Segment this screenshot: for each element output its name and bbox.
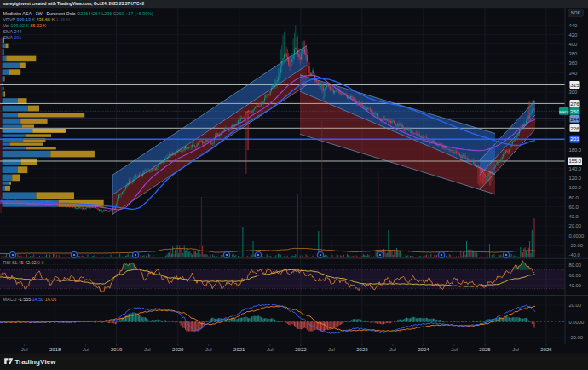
svg-text:savepiginvest created with Tra: savepiginvest created with TradingView.c… bbox=[3, 2, 145, 6]
svg-text:Medistim ASA · 1W · Euronext O: Medistim ASA · 1W · Euronext Oslo O236 H… bbox=[3, 11, 153, 16]
svg-text:Vol 199.02 K 85.22 K: Vol 199.02 K 85.22 K bbox=[3, 23, 47, 28]
svg-text:VRVP 909.13 K 438.65 K 1.35 M: VRVP 909.13 K 438.65 K 1.35 M bbox=[3, 17, 71, 22]
svg-text:360: 360 bbox=[569, 61, 578, 66]
svg-text:420: 420 bbox=[569, 32, 578, 38]
svg-text:80.00: 80.00 bbox=[569, 263, 582, 268]
svg-text:Jul: Jul bbox=[83, 347, 89, 352]
svg-text:-40.0: -40.0 bbox=[569, 252, 580, 257]
svg-text:20.00: 20.00 bbox=[569, 223, 582, 228]
svg-text:RSI 61.45 42.02 0 0: RSI 61.45 42.02 0 0 bbox=[3, 260, 44, 265]
svg-text:Jul: Jul bbox=[389, 347, 396, 352]
svg-text:MACD -1.555 14.50 16.06: MACD -1.555 14.50 16.06 bbox=[3, 297, 57, 302]
svg-text:2018: 2018 bbox=[49, 347, 61, 352]
svg-text:300: 300 bbox=[569, 90, 578, 95]
svg-text:140.0: 140.0 bbox=[569, 166, 582, 171]
svg-text:276: 276 bbox=[570, 101, 579, 107]
svg-text:SMA 201: SMA 201 bbox=[3, 35, 22, 40]
svg-text:60.0: 60.0 bbox=[569, 205, 579, 210]
svg-text:Jul: Jul bbox=[451, 347, 458, 352]
svg-text:260: 260 bbox=[570, 108, 579, 114]
svg-text:Jul: Jul bbox=[512, 347, 519, 352]
svg-text:Jul: Jul bbox=[267, 347, 274, 352]
svg-text:120.0: 120.0 bbox=[569, 176, 582, 181]
svg-text:40.00: 40.00 bbox=[569, 283, 582, 288]
svg-text:226: 226 bbox=[570, 125, 579, 131]
svg-text:440: 440 bbox=[569, 23, 578, 28]
svg-text:SMA 244: SMA 244 bbox=[3, 29, 22, 34]
svg-text:Jul: Jul bbox=[144, 347, 151, 352]
svg-text:155.0: 155.0 bbox=[569, 159, 582, 164]
svg-text:Jul: Jul bbox=[21, 347, 28, 352]
svg-text:-20.00: -20.00 bbox=[569, 243, 583, 248]
svg-text:201: 201 bbox=[570, 136, 579, 142]
svg-text:100.0: 100.0 bbox=[569, 185, 582, 190]
svg-text:2023: 2023 bbox=[356, 347, 368, 352]
svg-text:180.0: 180.0 bbox=[569, 147, 582, 153]
svg-text:Jul: Jul bbox=[205, 347, 212, 352]
svg-text:2026: 2026 bbox=[540, 347, 552, 352]
svg-text:400: 400 bbox=[569, 42, 578, 47]
svg-text:2021: 2021 bbox=[233, 347, 245, 352]
svg-text:2024: 2024 bbox=[418, 347, 429, 352]
svg-text:2025: 2025 bbox=[479, 347, 491, 352]
svg-text:380: 380 bbox=[569, 51, 578, 56]
svg-text:0.0000: 0.0000 bbox=[569, 320, 585, 325]
svg-text:2022: 2022 bbox=[295, 347, 307, 352]
svg-text:-20.00: -20.00 bbox=[569, 335, 583, 340]
svg-text:60.00: 60.00 bbox=[569, 273, 582, 278]
svg-text:80.0: 80.0 bbox=[569, 195, 579, 200]
svg-text:40.0: 40.0 bbox=[569, 214, 579, 219]
svg-text:2020: 2020 bbox=[172, 347, 184, 352]
svg-text:MEDI: MEDI bbox=[559, 110, 568, 114]
svg-text:315: 315 bbox=[570, 82, 579, 88]
svg-text:0.0000: 0.0000 bbox=[569, 234, 585, 239]
svg-text:20.00: 20.00 bbox=[569, 303, 582, 308]
svg-text:NOK: NOK bbox=[571, 10, 581, 15]
svg-text:340: 340 bbox=[569, 71, 578, 76]
svg-text:TradingView: TradingView bbox=[15, 358, 57, 366]
svg-text:2019: 2019 bbox=[111, 347, 123, 352]
svg-text:244: 244 bbox=[570, 116, 579, 122]
svg-text:Jul: Jul bbox=[328, 347, 335, 352]
